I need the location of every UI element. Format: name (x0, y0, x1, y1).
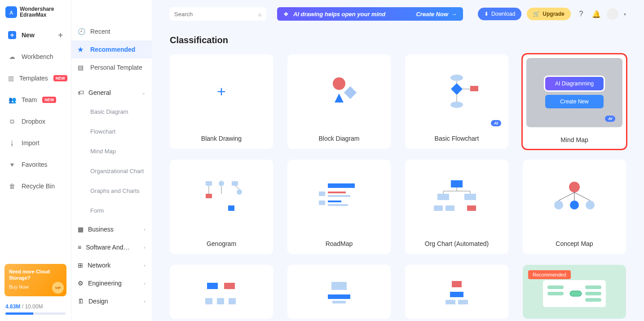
mid-recommended[interactable]: ★ Recommended (71, 40, 152, 58)
bell-icon[interactable]: 🔔 (591, 9, 601, 19)
svg-rect-25 (328, 204, 348, 206)
card-caption: RoadMap (287, 233, 391, 254)
svg-rect-60 (547, 285, 564, 289)
new-badge: NEW (42, 97, 56, 103)
svg-rect-57 (585, 285, 601, 289)
card-partial-recommended[interactable]: Recommended (523, 265, 626, 319)
svg-rect-26 (451, 180, 463, 187)
svg-rect-53 (446, 300, 455, 304)
card-partial-3[interactable] (405, 265, 508, 319)
svg-rect-21 (328, 192, 346, 193)
svg-rect-5 (470, 86, 478, 91)
avatar[interactable] (607, 8, 618, 20)
svg-point-38 (570, 201, 579, 210)
nav-team[interactable]: 👥 Team NEW (4, 91, 66, 109)
card-basic-flowchart[interactable]: AI Basic Flowchart (405, 54, 508, 149)
svg-rect-46 (217, 298, 224, 304)
team-icon: 👥 (8, 96, 16, 104)
svg-rect-56 (570, 291, 582, 296)
secondary-sidebar: 🕘 Recent ★ Recommended ▤ Personal Templa… (71, 0, 152, 321)
tag-icon: 🏷 (78, 89, 84, 96)
mid-recommended-label: Recommended (90, 46, 135, 53)
search-input-wrap[interactable]: ⌕ (170, 7, 266, 21)
ai-diagramming-button[interactable]: AI Diagramming (545, 77, 604, 90)
nav-dropbox[interactable]: ⧉ Dropbox (4, 112, 66, 130)
trash-icon: 🗑 (8, 182, 16, 190)
svg-point-0 (333, 77, 345, 90)
card-hover-overlay: AI Diagramming Create New AI (526, 58, 622, 127)
sub-graphs[interactable]: Graphs and Charts (71, 181, 152, 201)
partial-preview-icon (405, 265, 508, 319)
svg-rect-15 (228, 205, 234, 211)
cloud-icon: ☁ (8, 53, 16, 61)
banner-cta[interactable]: Create Now→ (416, 11, 457, 18)
card-roadmap[interactable]: RoadMap (287, 160, 391, 254)
nav-workbench[interactable]: ☁ Workbench (4, 48, 66, 66)
svg-rect-23 (319, 201, 325, 205)
mid-personal[interactable]: ▤ Personal Template (71, 58, 152, 76)
svg-rect-12 (232, 181, 238, 186)
sub-form[interactable]: Form (71, 201, 152, 220)
sub-basic-diagram[interactable]: Basic Diagram (71, 102, 152, 121)
card-block-diagram[interactable]: Block Diagram (287, 54, 391, 149)
download-button[interactable]: ⬇Download (478, 8, 521, 20)
ai-banner[interactable]: ❖ AI drawing helps open your mind Create… (277, 7, 463, 21)
card-org-chart[interactable]: Org Chart (Automated) (405, 160, 508, 254)
svg-rect-44 (224, 283, 235, 289)
top-actions: ⬇Download 🛒Upgrade ? 🔔 ▾ (478, 8, 626, 20)
chevron-down-icon: ⌄ (141, 90, 146, 96)
nav-team-label: Team (22, 96, 37, 103)
card-blank-drawing[interactable]: + Blank Drawing (170, 54, 273, 149)
logo-text: Wondershare EdrawMax (20, 6, 54, 18)
group-engineering[interactable]: ⚙Engineering› (71, 274, 152, 292)
chevron-right-icon: › (144, 263, 146, 268)
plus-icon: + (217, 83, 226, 100)
card-partial-1[interactable] (170, 265, 273, 319)
svg-point-3 (450, 75, 463, 81)
svg-point-11 (219, 181, 224, 186)
orgchart-preview-icon (405, 160, 508, 233)
sparkle-icon: ❖ (283, 11, 289, 18)
nav-templates[interactable]: ▥ Templates NEW (4, 69, 66, 87)
mid-recent-label: Recent (90, 28, 110, 35)
business-icon: ▦ (78, 226, 84, 233)
svg-rect-29 (434, 205, 443, 211)
svg-rect-50 (332, 301, 346, 303)
chevron-down-icon[interactable]: ▾ (624, 12, 626, 17)
create-new-button[interactable]: Create New (545, 95, 604, 108)
svg-marker-4 (451, 83, 463, 95)
help-icon[interactable]: ? (576, 9, 586, 19)
upgrade-button[interactable]: 🛒Upgrade (527, 8, 571, 20)
mid-personal-label: Personal Template (90, 64, 142, 71)
sub-mind-map[interactable]: Mind Map (71, 141, 152, 161)
card-mind-map[interactable]: AI Diagramming Create New AI Mind Map (523, 54, 626, 149)
card-genogram[interactable]: Genogram (170, 160, 273, 254)
download-icon: ⬇ (484, 11, 489, 17)
group-design[interactable]: 🗓Design› (71, 292, 152, 310)
nav-import[interactable]: ⭳ Import (4, 134, 66, 152)
nav-new[interactable]: + New + (4, 26, 66, 44)
mid-recent[interactable]: 🕘 Recent (71, 22, 152, 40)
group-software[interactable]: ≡Software And…› (71, 238, 152, 256)
logo-mark-icon: ⟑ (5, 6, 17, 18)
card-partial-2[interactable] (287, 265, 391, 319)
sub-flowchart[interactable]: Flowchart (71, 121, 152, 141)
card-caption: Basic Flowchart (405, 128, 508, 149)
concept-preview-icon (523, 160, 626, 233)
topbar: ⌕ ❖ AI drawing helps open your mind Crea… (170, 4, 626, 23)
cloud-storage-promo[interactable]: Need more Cloud Storage? Buy Now VIP (4, 264, 66, 296)
group-general[interactable]: 🏷 General ⌄ (71, 84, 152, 102)
plus-icon: + (8, 31, 16, 39)
search-input[interactable] (174, 11, 258, 18)
svg-rect-31 (467, 205, 476, 211)
doc-icon: ▤ (78, 64, 85, 71)
storage-total: 10.00M (25, 303, 43, 310)
partial-preview-icon (287, 265, 391, 319)
nav-favorites[interactable]: ♥ Favorites (4, 156, 66, 174)
group-business[interactable]: ▦Business› (71, 220, 152, 238)
card-concept-map[interactable]: Concept Map (523, 160, 626, 254)
sub-org-chart[interactable]: Organizational Chart (71, 161, 152, 181)
dropbox-icon: ⧉ (8, 117, 16, 125)
group-network[interactable]: ⊞Network› (71, 256, 152, 274)
nav-recycle[interactable]: 🗑 Recycle Bin (4, 177, 66, 195)
